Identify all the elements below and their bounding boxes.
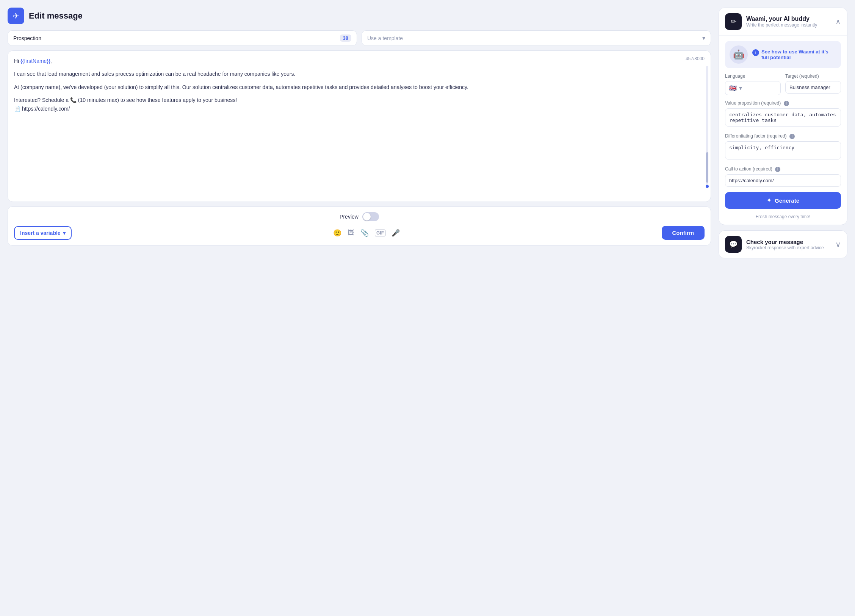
message-body[interactable]: Hi {{firstName}}, I can see that lead ma… xyxy=(14,57,705,113)
check-panel-subtitle: Skyrocket response with expert advice xyxy=(746,245,824,250)
sparkle-icon: ✦ xyxy=(767,197,772,204)
app-icon: ✈ xyxy=(8,8,24,24)
toggle-thumb xyxy=(363,213,371,220)
ai-header-text: Waami, your AI buddy Write the perfect m… xyxy=(746,16,817,28)
template-placeholder: Use a template xyxy=(367,35,403,41)
right-panel: ✏ Waami, your AI buddy Write the perfect… xyxy=(719,8,847,258)
footer-controls: Preview Insert a variable ▾ 🙂 🖼 📎 GIF 🎤 xyxy=(8,206,711,245)
language-label: Language xyxy=(725,73,781,79)
ai-panel-icon: ✏ xyxy=(725,13,742,30)
toolbar-icons: 🙂 🖼 📎 GIF 🎤 xyxy=(333,229,400,237)
language-select[interactable]: 🇬🇧 ▾ xyxy=(725,81,781,95)
cta-input[interactable] xyxy=(725,174,841,187)
emoji-icon[interactable]: 🙂 xyxy=(333,229,341,237)
preview-toggle[interactable] xyxy=(362,212,379,221)
lang-target-row: Language 🇬🇧 ▾ Target (required) xyxy=(725,73,841,95)
subject-field[interactable]: Prospection 38 xyxy=(8,30,357,46)
firstname-variable: {{firstName}} xyxy=(20,58,50,64)
ai-panel-subtitle: Write the perfect message instantly xyxy=(746,22,817,28)
subject-badge: 38 xyxy=(340,34,351,42)
cta-info-icon: i xyxy=(775,167,780,172)
preview-row: Preview xyxy=(14,212,705,221)
check-panel-icon: 💬 xyxy=(725,236,742,253)
target-group: Target (required) xyxy=(785,73,841,95)
value-prop-group: Value proposition (required) i centraliz… xyxy=(725,100,841,128)
scroll-dot xyxy=(706,185,709,188)
robot-avatar: 🤖 xyxy=(730,45,748,64)
check-panel: 💬 Check your message Skyrocket response … xyxy=(719,230,847,258)
gif-icon[interactable]: GIF xyxy=(375,230,385,236)
diff-factor-input[interactable]: simplicity, efficiency xyxy=(725,141,841,159)
ai-panel-title: Waami, your AI buddy xyxy=(746,16,817,22)
toolbar-row: Insert a variable ▾ 🙂 🖼 📎 GIF 🎤 Confirm xyxy=(14,226,705,240)
ai-panel-body: 🤖 i See how to use Waami at it's full po… xyxy=(719,36,847,225)
subject-label: Prospection xyxy=(13,35,41,41)
ai-header-left: ✏ Waami, your AI buddy Write the perfect… xyxy=(725,13,817,30)
generate-label: Generate xyxy=(775,197,799,204)
preview-label: Preview xyxy=(340,214,359,220)
value-prop-input[interactable]: centralizes customer data, automates rep… xyxy=(725,108,841,127)
cta-group: Call to action (required) i xyxy=(725,166,841,187)
attachment-icon[interactable]: 📎 xyxy=(360,229,369,237)
page-header: ✈ Edit message xyxy=(8,8,711,24)
ai-panel: ✏ Waami, your AI buddy Write the perfect… xyxy=(719,8,847,225)
check-panel-title: Check your message xyxy=(746,239,824,245)
info-icon: i xyxy=(752,49,759,56)
insert-variable-button[interactable]: Insert a variable ▾ xyxy=(14,226,72,240)
controls-row: Prospection 38 Use a template ▾ xyxy=(8,30,711,46)
promo-text-area: i See how to use Waami at it's full pote… xyxy=(752,49,836,60)
waami-promo-link[interactable]: See how to use Waami at it's full potent… xyxy=(761,49,836,60)
flag-icon: 🇬🇧 xyxy=(729,84,737,92)
template-select[interactable]: Use a template ▾ xyxy=(362,30,711,46)
diff-factor-info-icon: i xyxy=(789,134,795,139)
ai-panel-header: ✏ Waami, your AI buddy Write the perfect… xyxy=(719,8,847,36)
lang-chevron-icon: ▾ xyxy=(739,84,742,92)
chevron-down-icon: ▾ xyxy=(702,34,705,42)
scrollbar-thumb xyxy=(706,152,708,183)
check-panel-text: Check your message Skyrocket response wi… xyxy=(746,239,824,250)
value-prop-info-icon: i xyxy=(784,101,789,106)
waami-promo: 🤖 i See how to use Waami at it's full po… xyxy=(725,41,841,68)
left-panel: ✈ Edit message Prospection 38 Use a temp… xyxy=(8,8,711,245)
fresh-message-text: Fresh message every time! xyxy=(725,214,841,219)
message-editor[interactable]: 457/8000 Hi {{firstName}}, I can see tha… xyxy=(8,50,711,202)
generate-button[interactable]: ✦ Generate xyxy=(725,192,841,209)
language-group: Language 🇬🇧 ▾ xyxy=(725,73,781,95)
insert-variable-label: Insert a variable xyxy=(20,230,61,236)
scrollbar[interactable] xyxy=(706,66,708,186)
image-icon[interactable]: 🖼 xyxy=(348,229,354,237)
value-prop-label: Value proposition (required) i xyxy=(725,100,841,106)
char-count: 457/8000 xyxy=(686,56,705,61)
cta-label: Call to action (required) i xyxy=(725,166,841,172)
target-label: Target (required) xyxy=(785,73,841,79)
diff-factor-label: Differentiating factor (required) i xyxy=(725,133,841,139)
page-title: Edit message xyxy=(29,11,83,21)
collapse-button[interactable]: ∧ xyxy=(835,17,841,26)
confirm-button[interactable]: Confirm xyxy=(662,226,705,240)
diff-factor-group: Differentiating factor (required) i simp… xyxy=(725,133,841,161)
expand-button[interactable]: ∨ xyxy=(835,240,841,249)
target-input[interactable] xyxy=(785,81,841,94)
mic-icon[interactable]: 🎤 xyxy=(391,229,400,237)
insert-chevron-icon: ▾ xyxy=(63,230,66,236)
check-panel-left: 💬 Check your message Skyrocket response … xyxy=(725,236,824,253)
